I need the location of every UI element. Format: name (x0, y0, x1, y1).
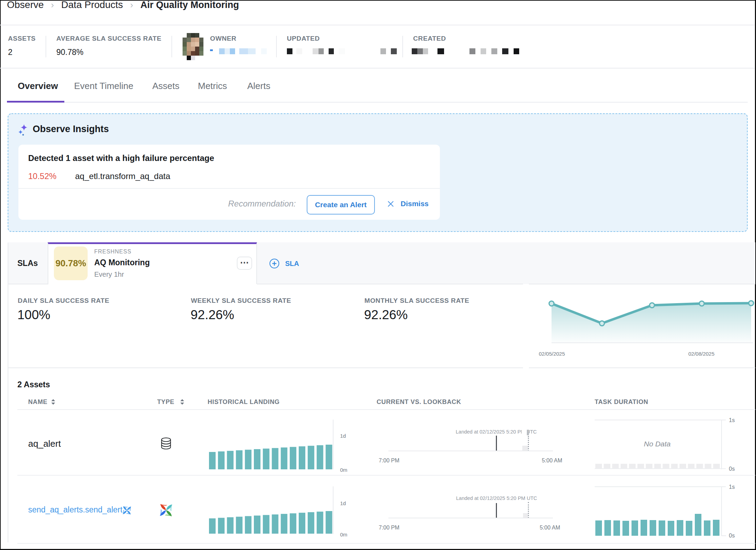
svg-text:02/05/2025: 02/05/2025 (539, 351, 565, 357)
svg-text:02/08/2025: 02/08/2025 (688, 351, 714, 357)
